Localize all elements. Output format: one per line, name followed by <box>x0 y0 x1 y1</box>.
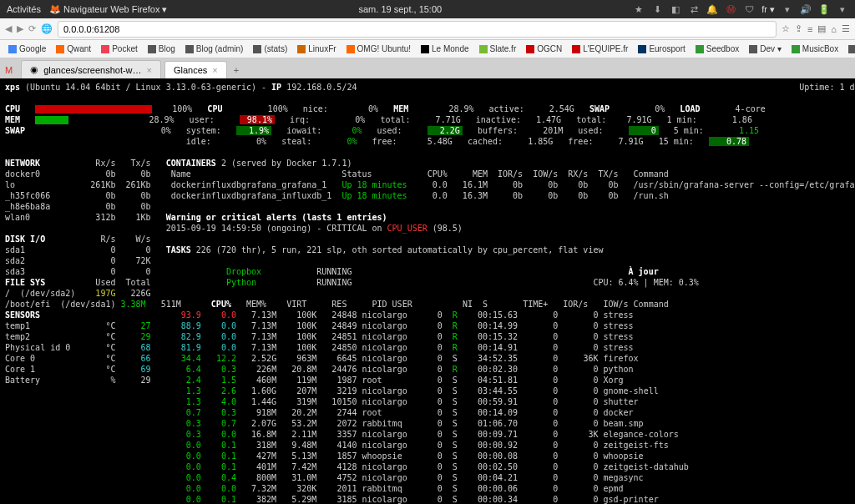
bookmark-item[interactable]: Eurosport <box>635 43 688 55</box>
keyboard-lang[interactable]: fr ▾ <box>761 4 775 15</box>
clock[interactable]: sam. 19 sept., 15:00 <box>167 4 633 14</box>
mega-icon[interactable]: Ⓜ <box>725 3 736 16</box>
gmail-pinned-tab[interactable]: M <box>0 62 18 78</box>
wifi-icon[interactable]: ▾ <box>782 4 793 15</box>
bookmark-item[interactable]: Qwant <box>53 43 94 55</box>
bookmark-item[interactable]: Blog <box>144 43 179 55</box>
bookmark-item[interactable]: Seedbox <box>692 43 742 55</box>
back-button[interactable]: ◀ <box>5 23 12 34</box>
panel-icon[interactable]: ▤ <box>817 23 826 34</box>
bookmark-item[interactable]: MusicBox <box>788 43 842 55</box>
gnome-topbar: Activités 🦊 Navigateur Web Firefox ▾ sam… <box>0 0 855 18</box>
reload-button[interactable]: ⟳ <box>28 23 36 34</box>
glances-terminal: xps (Ubuntu 14.04 64bit / Linux 3.13.0-6… <box>0 78 855 504</box>
download-icon[interactable]: ⬇ <box>651 4 663 15</box>
battery-icon[interactable]: 🔋 <box>818 4 830 15</box>
close-tab-icon[interactable]: × <box>212 65 217 75</box>
bookmark-item[interactable]: Google <box>5 43 49 55</box>
bookmark-item[interactable]: (stats) <box>250 43 291 55</box>
url-bar: ◀ ▶ ⟳ 🌐 ☆ ⇪ ≡ ▤ ⌂ ☰ <box>0 18 855 40</box>
globe-icon: 🌐 <box>41 23 53 34</box>
share-button-icon[interactable]: ⇪ <box>795 23 802 34</box>
bell-icon[interactable]: 🔔 <box>706 4 718 15</box>
new-tab-button[interactable]: + <box>227 62 245 78</box>
bookmark-item[interactable]: Pocket <box>98 43 141 55</box>
forward-button[interactable]: ▶ <box>17 23 23 34</box>
bookmark-star-icon[interactable]: ☆ <box>782 23 790 34</box>
menu-icon[interactable]: ☰ <box>842 23 850 34</box>
reader-icon[interactable]: ≡ <box>807 24 812 34</box>
address-input[interactable] <box>58 21 777 38</box>
bookmark-item[interactable]: Slate.fr <box>476 43 520 55</box>
tab-label: glances/screenshot-w… <box>43 65 141 75</box>
volume-icon[interactable]: 🔊 <box>800 4 812 15</box>
bookmark-item[interactable]: Most Visited ▾ <box>845 43 855 55</box>
tab-label: Glances <box>174 65 207 75</box>
home-icon[interactable]: ⌂ <box>831 24 837 34</box>
tab-glances-screenshot[interactable]: ◉ glances/screenshot-w… × <box>21 60 161 78</box>
power-icon[interactable]: ▾ <box>837 4 848 15</box>
bookmark-item[interactable]: LinuxFr <box>294 43 339 55</box>
bookmark-item[interactable]: L'EQUIPE.fr <box>569 43 631 55</box>
close-tab-icon[interactable]: × <box>147 65 152 75</box>
bookmark-item[interactable]: Blog (admin) <box>182 43 247 55</box>
tray-icon[interactable]: ◧ <box>670 4 681 15</box>
app-menu[interactable]: 🦊 Navigateur Web Firefox ▾ <box>49 4 167 15</box>
tab-strip: M ◉ glances/screenshot-w… × Glances × + <box>0 58 855 78</box>
star-icon[interactable]: ★ <box>633 4 645 15</box>
tab-glances[interactable]: Glances × <box>164 61 227 78</box>
security-icon[interactable]: 🛡 <box>743 4 755 14</box>
github-icon: ◉ <box>30 64 38 75</box>
bookmarks-bar: GoogleQwantPocketBlogBlog (admin)(stats)… <box>0 40 855 58</box>
bookmark-item[interactable]: OMG! Ubuntu! <box>343 43 414 55</box>
bookmark-item[interactable]: OGCN <box>523 43 565 55</box>
bookmark-item[interactable]: Dev ▾ <box>746 43 785 55</box>
share-icon[interactable]: ⇄ <box>688 4 700 15</box>
activities-button[interactable]: Activités <box>7 4 41 15</box>
bookmark-item[interactable]: Le Monde <box>417 43 472 55</box>
